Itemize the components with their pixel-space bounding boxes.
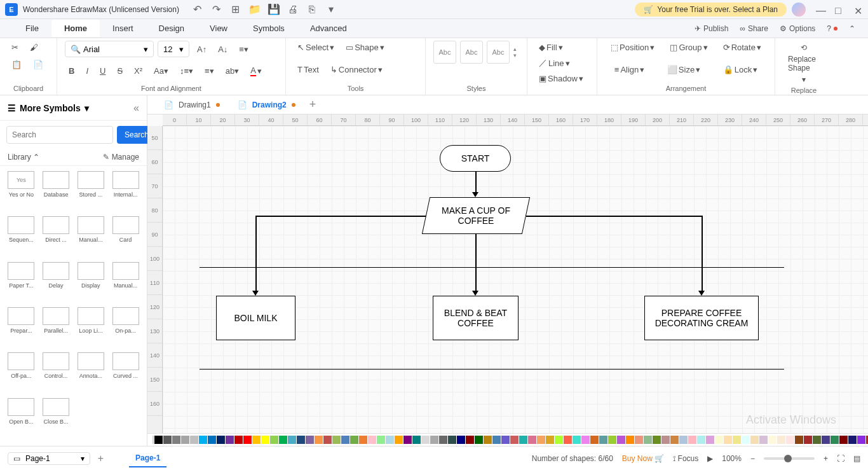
line-button[interactable]: ／ Line▾ (535, 55, 589, 71)
color-swatch[interactable] (172, 436, 180, 444)
color-swatch[interactable] (537, 436, 545, 444)
print-icon[interactable]: 🖨 (287, 4, 299, 15)
color-swatch[interactable] (350, 436, 358, 444)
color-swatch[interactable] (848, 436, 857, 444)
connector[interactable] (702, 216, 703, 293)
color-swatch[interactable] (528, 436, 536, 444)
color-swatch[interactable] (163, 436, 172, 444)
color-swatch[interactable] (448, 436, 456, 444)
color-swatch[interactable] (581, 436, 590, 444)
connector[interactable] (255, 216, 257, 293)
shape-stencil[interactable]: On-pa... (109, 307, 142, 350)
open-icon[interactable]: 📁 (249, 4, 261, 15)
search-input[interactable] (6, 126, 113, 144)
color-swatch[interactable] (742, 436, 750, 444)
focus-button[interactable]: ⟟ Focus (673, 454, 698, 463)
rotate-button[interactable]: ⟳ Rotate▾ (719, 41, 765, 54)
close-icon[interactable]: ✕ (854, 5, 863, 14)
italic-icon[interactable]: I (82, 64, 92, 78)
shape-stencil[interactable]: Paper T... (5, 262, 37, 305)
color-swatch[interactable] (626, 436, 634, 444)
color-swatch[interactable] (786, 436, 794, 444)
color-swatch[interactable] (804, 436, 812, 444)
shape-stencil[interactable]: Display (75, 262, 107, 305)
connector-tool[interactable]: ↳ Connector▾ (327, 63, 386, 76)
bullets-icon[interactable]: ≡▾ (201, 64, 218, 78)
color-swatch[interactable] (661, 436, 670, 444)
color-swatch[interactable] (199, 436, 207, 444)
color-swatch[interactable] (243, 436, 252, 444)
styles-up-icon[interactable]: ▴ (513, 46, 517, 52)
color-swatch[interactable] (403, 436, 412, 444)
add-tab-button[interactable]: + (304, 98, 322, 111)
color-swatch[interactable] (635, 436, 643, 444)
color-swatch[interactable] (234, 436, 243, 444)
shape-stencil[interactable]: Annota... (75, 352, 107, 395)
color-swatch[interactable] (679, 436, 688, 444)
shadow-button[interactable]: ▣ Shadow▾ (535, 72, 589, 85)
color-swatch[interactable] (608, 436, 616, 444)
shape-stencil[interactable]: Manual... (109, 262, 142, 305)
bold-icon[interactable]: B (65, 64, 78, 78)
fc-boil-milk[interactable]: BOIL MILK (216, 296, 295, 340)
share-button[interactable]: ∞Share (740, 24, 768, 33)
color-swatch[interactable] (475, 436, 483, 444)
color-swatch[interactable] (644, 436, 652, 444)
styles-down-icon[interactable]: ▾ (513, 52, 517, 59)
color-swatch[interactable] (279, 436, 287, 444)
color-swatch[interactable] (226, 436, 234, 444)
fit-page-icon[interactable]: ⛶ (837, 454, 844, 463)
color-swatch[interactable] (510, 436, 519, 444)
collapse-panel-icon[interactable]: « (133, 102, 139, 114)
position-button[interactable]: ⬚ Position▾ (607, 41, 658, 54)
shape-stencil[interactable]: Direct ... (40, 216, 72, 259)
color-swatch[interactable] (368, 436, 376, 444)
menu-insert[interactable]: Insert (100, 20, 146, 37)
color-swatch[interactable] (715, 436, 723, 444)
color-swatch[interactable] (306, 436, 314, 444)
zoom-slider[interactable] (764, 457, 815, 460)
color-swatch[interactable] (573, 436, 581, 444)
color-swatch[interactable] (386, 436, 394, 444)
lock-button[interactable]: 🔒 Lock▾ (719, 63, 761, 76)
font-family-select[interactable]: 🔍Arial▾ (65, 41, 154, 57)
new-icon[interactable]: ⊞ (230, 4, 241, 15)
font-size-select[interactable]: 12▾ (158, 41, 189, 57)
divider-line[interactable] (200, 369, 784, 370)
color-swatch[interactable] (857, 436, 865, 444)
divider-line[interactable] (200, 267, 784, 268)
color-swatch[interactable] (332, 436, 341, 444)
replace-shape-button[interactable]: ⟲ Replace Shape▾ (783, 41, 825, 86)
manage-button[interactable]: ✎ Manage (103, 153, 139, 162)
color-swatch[interactable] (439, 436, 447, 444)
library-toggle[interactable]: Library ⌃ (8, 153, 39, 162)
menu-home[interactable]: Home (51, 20, 100, 37)
shape-stencil[interactable]: Internal... (109, 171, 142, 214)
shape-stencil[interactable]: Curved ... (109, 352, 142, 395)
zoom-out-icon[interactable]: − (750, 454, 755, 463)
doc-tab-drawing1[interactable]: 📄 Drawing1 (155, 98, 229, 112)
menu-view[interactable]: View (197, 20, 240, 37)
shape-stencil[interactable]: Card (109, 216, 142, 259)
shape-stencil[interactable]: Delay (40, 262, 72, 305)
color-swatch[interactable] (492, 436, 501, 444)
shape-stencil[interactable]: Sequen... (5, 216, 37, 259)
menu-file[interactable]: File (13, 20, 51, 37)
color-swatch[interactable] (323, 436, 332, 444)
shape-stencil[interactable]: Loop Li... (75, 307, 107, 350)
color-swatch[interactable] (839, 436, 848, 444)
fc-start[interactable]: START (440, 145, 511, 172)
menu-advanced[interactable]: Advanced (297, 20, 360, 37)
color-swatch[interactable] (252, 436, 261, 444)
notifications-button[interactable]: ? (827, 24, 837, 33)
style-preset-1[interactable]: Abc (433, 41, 456, 64)
color-swatch[interactable] (599, 436, 607, 444)
color-swatch[interactable] (768, 436, 776, 444)
redo-icon[interactable]: ↷ (211, 4, 222, 15)
color-swatch[interactable] (546, 436, 554, 444)
paste-icon[interactable]: 📄 (29, 58, 47, 71)
format-painter-icon[interactable]: 🖌 (26, 41, 42, 54)
color-swatch[interactable] (519, 436, 527, 444)
color-swatch[interactable] (315, 436, 323, 444)
fc-prepare-cream[interactable]: PREPARE COFFEE DECORATING CREAM (644, 296, 759, 340)
